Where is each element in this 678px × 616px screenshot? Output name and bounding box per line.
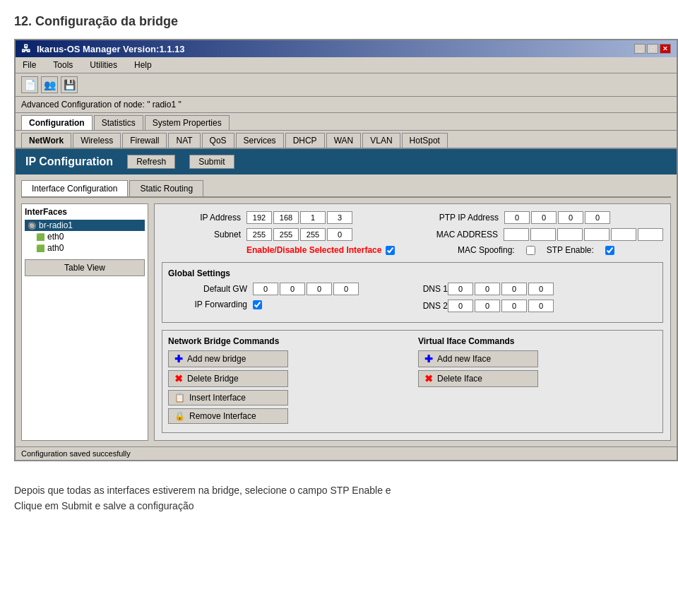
subnet-label: Subnet — [162, 230, 246, 239]
toolbar-icon-3[interactable]: 💾 — [61, 76, 78, 93]
add-new-bridge-button[interactable]: ✚ Add new bridge — [168, 350, 288, 367]
nav-tab-nat[interactable]: NAT — [168, 133, 200, 148]
table-view-button[interactable]: Table View — [25, 259, 145, 276]
ip-octet-3[interactable] — [300, 211, 326, 224]
nav-tab-firewall[interactable]: Firewall — [122, 133, 167, 148]
remove-interface-button[interactable]: 🔒 Remove Interface — [168, 408, 288, 424]
default-gw-label: Default GW — [168, 284, 253, 294]
main-tab-row: Configuration Statistics System Properti… — [16, 113, 677, 131]
menu-file[interactable]: File — [20, 59, 39, 71]
ip-octet-4[interactable] — [327, 211, 352, 224]
virtual-commands-title: Virtual Iface Commands — [418, 336, 657, 346]
toolbar-icon-2[interactable]: 👥 — [41, 76, 58, 93]
menu-tools[interactable]: Tools — [50, 59, 76, 71]
tree-item-eth0[interactable]: 🟩 eth0 — [25, 231, 145, 242]
mac-box-1[interactable] — [504, 228, 529, 241]
insert-interface-icon: 📋 — [174, 393, 185, 403]
tree-label: InterFaces — [25, 207, 145, 217]
dns2-octet-2[interactable] — [475, 300, 500, 312]
nav-tab-services[interactable]: Services — [236, 133, 284, 148]
dns2-octet-1[interactable] — [448, 300, 473, 312]
tree-item-br-radio1-label: br-radio1 — [39, 220, 73, 230]
nav-tab-network[interactable]: NetWork — [21, 133, 71, 148]
ip-forwarding-label: IP Forwarding — [168, 300, 253, 309]
main-content: IP Configuration Refresh Submit Interfac… — [16, 149, 677, 460]
menu-utilities[interactable]: Utilities — [87, 59, 120, 71]
insert-interface-button[interactable]: 📋 Insert Interface — [168, 390, 288, 405]
ip-form: IP Address PTP IP Address — [162, 211, 663, 255]
subtab-static-routing[interactable]: Static Routing — [129, 180, 203, 196]
ip-forwarding-checkbox[interactable] — [253, 300, 262, 309]
nav-tab-vlan[interactable]: VLAN — [362, 133, 400, 148]
nav-tab-wan[interactable]: WAN — [326, 133, 362, 148]
tree-item-eth0-label: eth0 — [47, 232, 64, 242]
ptp-octet-3[interactable] — [558, 211, 583, 224]
add-new-iface-button[interactable]: ✚ Add new Iface — [418, 350, 538, 367]
page-title-heading: 12. Configuração da bridge — [14, 14, 664, 29]
gw-octet-3[interactable] — [307, 283, 332, 295]
ip-address-inputs — [246, 211, 352, 224]
enable-disable-checkbox[interactable] — [386, 246, 395, 255]
two-col-layout: InterFaces 🔘 br-radio1 🟩 eth0 🟩 ath0 Tab… — [21, 203, 671, 441]
nav-tab-wireless[interactable]: Wireless — [73, 133, 121, 148]
dns1-octet-3[interactable] — [501, 283, 527, 295]
tree-item-ath0-label: ath0 — [47, 243, 64, 253]
nav-tab-hotspot[interactable]: HotSpot — [402, 133, 448, 148]
virtual-iface-commands: Virtual Iface Commands ✚ Add new Iface ✖… — [418, 336, 657, 427]
status-bar: Configuration saved succesfully — [16, 446, 677, 460]
remove-interface-label: Remove Interface — [189, 411, 256, 421]
ptp-octet-4[interactable] — [585, 211, 610, 224]
subnet-octet-1[interactable] — [246, 228, 272, 241]
dns1-octet-4[interactable] — [528, 283, 554, 295]
subnet-octet-2[interactable] — [273, 228, 299, 241]
tab-statistics[interactable]: Statistics — [94, 115, 143, 130]
subnet-octet-3[interactable] — [300, 228, 326, 241]
submit-button[interactable]: Submit — [189, 155, 234, 169]
mac-box-6[interactable] — [638, 228, 663, 241]
remove-interface-icon: 🔒 — [174, 411, 185, 421]
mac-box-2[interactable] — [530, 228, 556, 241]
dns2-octet-4[interactable] — [528, 300, 554, 312]
delete-bridge-icon: ✖ — [174, 373, 183, 384]
mac-spoofing-checkbox[interactable] — [526, 246, 535, 255]
menu-help[interactable]: Help — [131, 59, 155, 71]
tree-icon-br-radio1: 🔘 — [28, 222, 36, 230]
mac-address-label: MAC ADDRESS — [412, 230, 504, 239]
delete-iface-button[interactable]: ✖ Delete Iface — [418, 370, 538, 387]
stp-enable-label: STP Enable: — [547, 245, 594, 255]
dns1-octet-2[interactable] — [475, 283, 500, 295]
mac-box-3[interactable] — [557, 228, 583, 241]
gw-octet-1[interactable] — [253, 283, 278, 295]
minimize-btn[interactable]: _ — [634, 44, 646, 54]
gw-octet-2[interactable] — [280, 283, 305, 295]
right-panel: IP Address PTP IP Address — [154, 203, 671, 441]
stp-enable-checkbox[interactable] — [605, 246, 614, 255]
subtab-interface-config[interactable]: Interface Configuration — [21, 180, 128, 196]
delete-bridge-button[interactable]: ✖ Delete Bridge — [168, 370, 288, 387]
dns2-label: DNS 2 — [412, 301, 448, 311]
gw-octet-4[interactable] — [333, 283, 359, 295]
close-btn[interactable]: ✕ — [660, 44, 671, 54]
mac-box-4[interactable] — [584, 228, 609, 241]
nav-tab-dhcp[interactable]: DHCP — [285, 133, 325, 148]
tab-system-properties[interactable]: System Properties — [145, 115, 230, 130]
ip-octet-1[interactable] — [246, 211, 272, 224]
ptp-octet-1[interactable] — [504, 211, 530, 224]
app-icon: 🖧 — [21, 43, 31, 54]
nav-tab-qos[interactable]: QoS — [202, 133, 234, 148]
refresh-button[interactable]: Refresh — [127, 155, 175, 169]
subnet-octet-4[interactable] — [327, 228, 352, 241]
tree-item-br-radio1[interactable]: 🔘 br-radio1 — [25, 220, 145, 231]
maximize-btn[interactable]: □ — [647, 44, 658, 54]
ip-octet-2[interactable] — [273, 211, 299, 224]
title-bar-buttons: _ □ ✕ — [634, 44, 671, 54]
toolbar-icon-1[interactable]: 📄 — [21, 76, 38, 93]
subnet-inputs — [246, 228, 352, 241]
dns1-octet-1[interactable] — [448, 283, 473, 295]
mac-box-5[interactable] — [611, 228, 636, 241]
tree-item-ath0[interactable]: 🟩 ath0 — [25, 242, 145, 254]
tree-icon-eth0: 🟩 — [36, 233, 44, 241]
dns2-octet-3[interactable] — [501, 300, 527, 312]
tab-configuration[interactable]: Configuration — [21, 115, 93, 130]
ptp-octet-2[interactable] — [531, 211, 557, 224]
